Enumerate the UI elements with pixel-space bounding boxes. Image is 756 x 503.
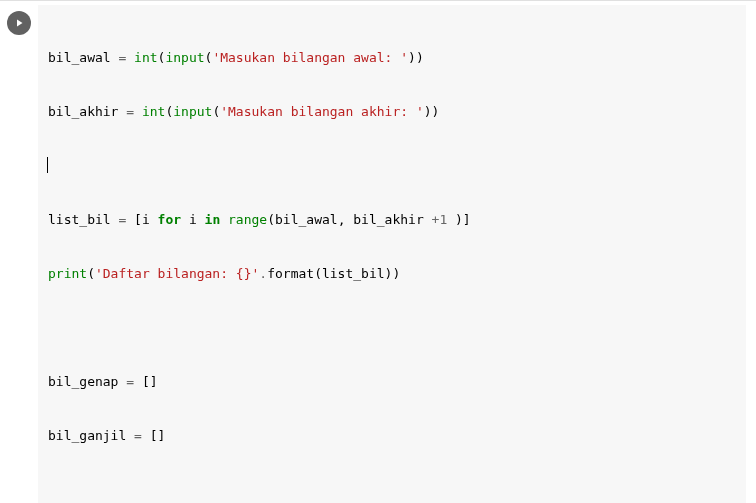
code-line bbox=[48, 157, 736, 175]
code-line bbox=[48, 481, 736, 499]
code-line: list_bil = [i for i in range(bil_awal, b… bbox=[48, 211, 736, 229]
code-cell: bil_awal = int(input('Masukan bilangan a… bbox=[0, 1, 756, 503]
code-editor[interactable]: bil_awal = int(input('Masukan bilangan a… bbox=[38, 5, 746, 503]
text-cursor bbox=[47, 157, 48, 173]
code-line: bil_genap = [] bbox=[48, 373, 736, 391]
run-button[interactable] bbox=[7, 11, 31, 35]
code-line bbox=[48, 319, 736, 337]
code-line: bil_ganjil = [] bbox=[48, 427, 736, 445]
code-line: print('Daftar bilangan: {}'.format(list_… bbox=[48, 265, 736, 283]
code-line: bil_akhir = int(input('Masukan bilangan … bbox=[48, 103, 736, 121]
cell-gutter bbox=[0, 5, 38, 503]
play-icon bbox=[13, 17, 25, 29]
code-line: bil_awal = int(input('Masukan bilangan a… bbox=[48, 49, 736, 67]
